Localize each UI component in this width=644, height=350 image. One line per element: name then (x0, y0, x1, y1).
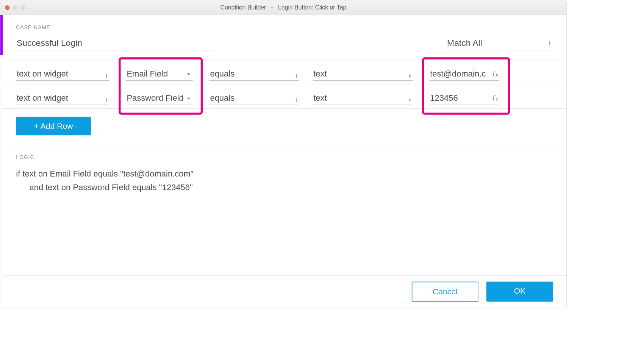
value-input-wrap: test@domain.c ƒx (426, 67, 505, 81)
widget-select[interactable]: Password Field (126, 92, 193, 105)
value-type-select[interactable]: text ▲▼ (313, 92, 413, 105)
fx-icon[interactable]: ƒx (492, 69, 498, 78)
logic-text: if text on Email Field equals "test@doma… (16, 167, 553, 194)
fx-icon[interactable]: ƒx (492, 93, 498, 103)
widget-select-wrap: Email Field (123, 67, 196, 81)
case-section: CASE NAME Match All ▲▼ (3, 15, 566, 50)
value-text: test@domain.c (430, 69, 492, 78)
condition-row: text on widget ▲▼ Email Field eq (3, 60, 566, 84)
cancel-button[interactable]: Cancel (412, 282, 478, 302)
value-text: 123456 (430, 93, 492, 103)
condition-rows: text on widget ▲▼ Email Field eq (3, 60, 566, 109)
stepper-icon: ▲▼ (408, 98, 411, 103)
traffic-lights (5, 5, 25, 10)
stepper-icon: ▲▼ (408, 73, 411, 78)
add-row-section: + Add Row (3, 109, 566, 145)
stepper-icon: ▲▼ (548, 41, 551, 45)
value-type-value: text (313, 93, 408, 103)
match-mode-value: Match All (447, 38, 548, 48)
operator-value: equals (210, 69, 295, 78)
operator-value: equals (210, 93, 295, 103)
widget-value: Email Field (127, 69, 186, 78)
title-context: Login Button: Click or Tap (278, 4, 346, 11)
value-input[interactable]: test@domain.c ƒx (429, 67, 499, 81)
svg-marker-0 (187, 73, 191, 75)
condition-row: text on widget ▲▼ Password Field equals (3, 84, 566, 108)
widget-value: Password Field (127, 93, 186, 103)
stepper-icon: ▲▼ (295, 98, 298, 103)
ok-button[interactable]: OK (486, 282, 553, 302)
chevron-down-icon (186, 93, 191, 103)
logic-line-1: if text on Email Field equals "test@doma… (16, 169, 193, 178)
attribute-select[interactable]: text on widget ▲▼ (16, 67, 109, 81)
attribute-value: text on widget (17, 93, 105, 103)
titlebar: Condition Builder - Login Button: Click … (0, 0, 566, 15)
case-row: Match All ▲▼ (16, 36, 553, 50)
value-input[interactable]: 123456 ƒx (429, 92, 499, 105)
case-name-input[interactable] (16, 36, 216, 50)
attribute-select[interactable]: text on widget ▲▼ (16, 92, 109, 105)
value-type-value: text (313, 69, 408, 78)
title-separator: - (271, 4, 273, 11)
stepper-icon: ▲▼ (105, 98, 108, 103)
widget-select-wrap: Password Field (123, 92, 196, 105)
match-mode-select[interactable]: Match All ▲▼ (446, 36, 553, 50)
zoom-window-button (20, 5, 25, 10)
case-name-label: CASE NAME (16, 24, 553, 30)
title-app: Condition Builder (220, 4, 266, 11)
operator-select[interactable]: equals ▲▼ (209, 92, 300, 105)
stepper-icon: ▲▼ (105, 73, 108, 78)
add-row-button[interactable]: + Add Row (16, 117, 91, 135)
widget-select[interactable]: Email Field (126, 67, 193, 81)
chevron-down-icon (186, 69, 191, 78)
main: CASE NAME Match All ▲▼ text on widget (3, 15, 566, 308)
svg-marker-1 (187, 98, 191, 100)
value-type-select[interactable]: text ▲▼ (313, 67, 413, 81)
condition-builder-window: Condition Builder - Login Button: Click … (0, 0, 567, 308)
content: CASE NAME Match All ▲▼ text on widget (0, 15, 566, 308)
value-input-wrap: 123456 ƒx (426, 92, 505, 105)
close-window-button[interactable] (5, 5, 9, 10)
footer: Cancel OK (3, 275, 566, 308)
logic-line-2: and text on Password Field equals "12345… (16, 180, 553, 194)
operator-select[interactable]: equals ▲▼ (209, 67, 300, 81)
stepper-icon: ▲▼ (295, 73, 298, 78)
window-title: Condition Builder - Login Button: Click … (0, 4, 566, 11)
logic-section: LOGIC if text on Email Field equals "tes… (3, 145, 566, 275)
attribute-value: text on widget (17, 69, 105, 78)
minimize-window-button (13, 5, 17, 10)
logic-label: LOGIC (16, 154, 553, 160)
